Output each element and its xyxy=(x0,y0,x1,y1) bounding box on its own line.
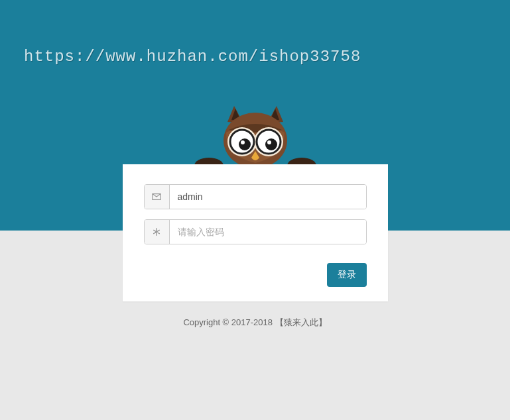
password-input[interactable] xyxy=(170,220,366,244)
username-group xyxy=(144,184,367,209)
username-input[interactable] xyxy=(170,185,366,209)
footer-copyright: Copyright © 2017-2018 【猿来入此】 xyxy=(0,317,510,329)
envelope-icon xyxy=(145,185,170,209)
asterisk-icon xyxy=(145,220,170,244)
svg-point-7 xyxy=(241,140,245,144)
watermark-text: https://www.huzhan.com/ishop33758 xyxy=(24,48,361,66)
button-row: 登录 xyxy=(144,263,367,287)
svg-point-8 xyxy=(267,140,271,144)
svg-point-6 xyxy=(265,138,277,150)
login-button[interactable]: 登录 xyxy=(327,263,367,287)
password-group xyxy=(144,219,367,244)
login-card: 登录 xyxy=(123,164,388,301)
owl-mascot xyxy=(189,103,322,170)
svg-point-5 xyxy=(239,138,251,150)
